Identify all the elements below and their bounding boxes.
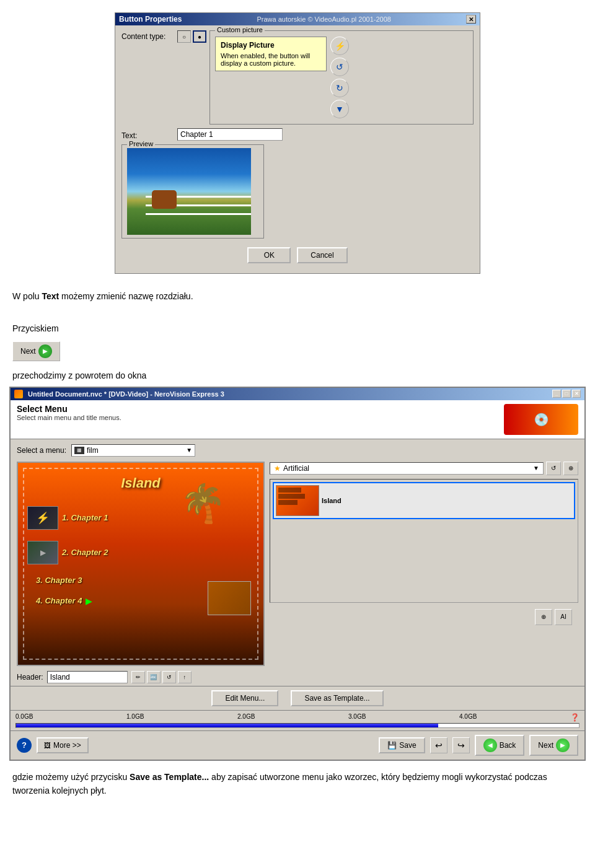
nero-header-input-row: Header: ✏ 🔤 ↺ ↑ [11, 671, 584, 686]
cancel-button[interactable]: Cancel [297, 247, 347, 263]
radio-icon-text[interactable]: ○ [177, 30, 191, 43]
tooltip-title: Display Picture [221, 41, 321, 50]
prog-label-0: 0.0GB [15, 713, 33, 722]
back-button[interactable]: ◀ Back [475, 735, 525, 756]
display-picture-tooltip: Display Picture When enabled, the button… [215, 37, 327, 71]
more-icon: 🖼 [44, 742, 51, 749]
header-icons: ✏ 🔤 ↺ ↑ [131, 671, 192, 683]
hdr-icon-4[interactable]: ↑ [178, 671, 192, 683]
chapter-item-4: 4. Chapter 4 ▶ [27, 596, 108, 606]
right-bottom-icons: ⊕ AI [270, 607, 578, 628]
nero-toolbar: ? 🖼 More >> 💾 Save ↩ ↪ ◀ Back Next ▶ [11, 730, 584, 760]
icon-btn-4[interactable]: ▼ [330, 100, 349, 118]
header-input[interactable] [47, 671, 128, 683]
nero-next-icon: ▶ [556, 739, 570, 752]
icon-btn-1[interactable]: ⚡ [330, 37, 349, 55]
body-paragraph-3: przechodzimy z powrotem do okna [0, 367, 595, 387]
dvd-preview: Island 🌴 ⚡ 1. Chapter 1 ▶ [17, 462, 265, 666]
radio-icon-picture[interactable]: ● [193, 30, 206, 43]
dialog-watermark: Prawa autorskie © VideoAudio.pl 2001-200… [257, 15, 390, 23]
chapter-thumb-2: ▶ [27, 541, 58, 564]
preview-group: Preview [121, 144, 264, 239]
nero-titlebar: Untitled Document.nvc * [DVD-Video] - Ne… [11, 388, 584, 400]
next-button-label: Next [20, 347, 36, 356]
nero-minimize-button[interactable]: _ [552, 390, 561, 398]
prog-label-2: 2.0GB [237, 713, 255, 722]
chapter-thumb-1: ⚡ [27, 506, 58, 530]
artificial-arrow: ▼ [533, 465, 539, 471]
save-label: Save [399, 741, 416, 750]
chapter-item-2: ▶ 2. Chapter 2 [27, 541, 108, 564]
tooltip-text: When enabled, the button will display a … [221, 52, 321, 67]
prog-help-icon[interactable]: ❓ [570, 713, 580, 722]
undo-button[interactable]: ↩ [430, 737, 447, 753]
body-paragraph-2: Przyciskiem [0, 312, 595, 338]
dvd-small-thumb [208, 581, 251, 615]
nero-window: Untitled Document.nvc * [DVD-Video] - Ne… [9, 387, 586, 761]
preview-legend: Preview [127, 140, 155, 147]
template-item-island[interactable]: Island [273, 482, 575, 519]
progress-section: 0.0GB 1.0GB 2.0GB 3.0GB 4.0GB ❓ [11, 710, 584, 730]
template-thumb [276, 485, 319, 516]
chapter-label-1: 1. Chapter 1 [62, 513, 108, 522]
footer-text-content: gdzie możemy użyć przycisku Save as Temp… [12, 772, 547, 796]
nero-header-graphic: 💿 [504, 404, 578, 435]
more-button[interactable]: 🖼 More >> [37, 737, 89, 753]
nero-bottom-buttons: Edit Menu... Save as Template... [11, 686, 584, 710]
star-icon: ★ [274, 464, 281, 473]
text-label: Text: [121, 129, 177, 140]
body-text-1: W polu Text możemy zmienić nazwę rozdzia… [12, 291, 193, 301]
chapter-label-4: 4. Chapter 4 [36, 596, 82, 605]
content-type-label: Content type: [121, 30, 177, 41]
nero-select-arrow: ▼ [186, 447, 192, 454]
next-button-icon: ▶ [38, 344, 52, 358]
rb-icon-1[interactable]: ⊕ [535, 609, 552, 625]
button-properties-dialog: Button Properties Prawa autorskie © Vide… [115, 12, 480, 274]
rb-icon-2[interactable]: AI [555, 609, 572, 625]
icon-btn-3[interactable]: ↻ [330, 79, 349, 97]
template-item-label: Island [322, 497, 342, 504]
artificial-select[interactable]: ★ Artificial ▼ [270, 462, 544, 475]
dvd-palm-tree: 🌴 [180, 481, 226, 525]
film-icon: ▦ [74, 447, 84, 454]
save-button[interactable]: 💾 Save [379, 737, 425, 753]
icon-buttons-col: ⚡ ↺ ↻ ▼ [330, 37, 349, 121]
edit-menu-button[interactable]: Edit Menu... [211, 690, 278, 706]
artificial-btn-2[interactable]: ⊕ [563, 462, 578, 475]
nero-body: Select a menu: ▦ film ▼ Island 🌴 ⚡ [11, 439, 584, 760]
save-as-template-button[interactable]: Save as Template... [291, 690, 383, 706]
floppy-icon: 💾 [387, 741, 397, 750]
redo-button[interactable]: ↪ [452, 737, 470, 753]
artificial-bar: ★ Artificial ▼ ↺ ⊕ [270, 462, 578, 475]
next-button[interactable]: Next ▶ [12, 341, 60, 361]
dialog-close-button[interactable]: ✕ [466, 15, 476, 24]
nero-close-button[interactable]: ✕ [572, 390, 581, 398]
progress-bar [15, 723, 580, 728]
play-indicator: ▶ [86, 596, 92, 606]
nero-select-dropdown[interactable]: ▦ film ▼ [71, 444, 195, 457]
prog-label-4: 4.0GB [459, 713, 477, 722]
ok-button[interactable]: OK [247, 247, 291, 263]
progress-labels: 0.0GB 1.0GB 2.0GB 3.0GB 4.0GB ❓ [15, 713, 580, 722]
prog-label-3: 3.0GB [348, 713, 366, 722]
icon-btn-2[interactable]: ↺ [330, 58, 349, 76]
nero-main-content: Island 🌴 ⚡ 1. Chapter 1 ▶ [11, 462, 584, 671]
progress-bar-fill [16, 724, 438, 727]
hdr-icon-2[interactable]: 🔤 [147, 671, 161, 683]
dvd-chapter-list: ⚡ 1. Chapter 1 ▶ 2. Chapter 2 3. Chapter… [27, 506, 108, 617]
nero-next-button[interactable]: Next ▶ [529, 735, 578, 756]
text-input[interactable] [177, 128, 283, 141]
next-button-container: Next ▶ [0, 338, 595, 367]
help-button[interactable]: ? [17, 738, 32, 753]
back-label: Back [500, 741, 516, 750]
hdr-icon-3[interactable]: ↺ [162, 671, 176, 683]
nero-maximize-button[interactable]: □ [562, 390, 571, 398]
chapter-item-3: 3. Chapter 3 [27, 576, 108, 585]
chapter-label-3: 3. Chapter 3 [36, 576, 82, 585]
hdr-icon-1[interactable]: ✏ [131, 671, 145, 683]
przyciskiem-label: Przyciskiem [12, 323, 59, 333]
more-label: More >> [53, 741, 81, 750]
template-preview-area: Island [270, 479, 578, 603]
dialog-buttons: OK Cancel [121, 242, 474, 268]
artificial-btn-1[interactable]: ↺ [546, 462, 561, 475]
